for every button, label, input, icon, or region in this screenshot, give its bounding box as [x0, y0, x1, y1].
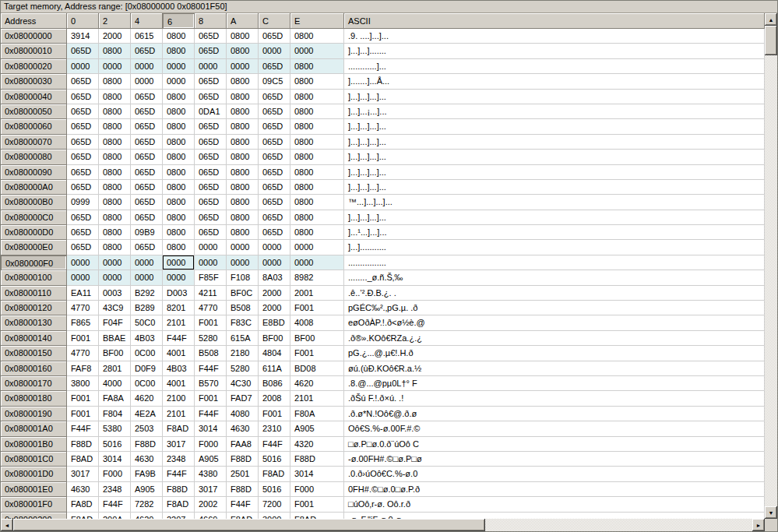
hex-cell[interactable]: 0000 — [290, 44, 344, 58]
hex-cell[interactable]: 2207 — [163, 513, 195, 520]
hex-cell[interactable]: FA9B — [131, 467, 163, 481]
hex-cell[interactable]: 2000 — [99, 29, 131, 44]
hex-cell[interactable]: 0800 — [290, 59, 344, 74]
row-address[interactable]: 0x080001F0 — [1, 497, 67, 512]
hex-cell[interactable]: 0800 — [227, 74, 259, 89]
hex-cell[interactable]: F8AD — [227, 513, 259, 520]
column-header-2[interactable]: 2 — [99, 13, 131, 29]
hex-cell[interactable]: 50C0 — [131, 315, 163, 330]
hex-cell[interactable]: 5016 — [259, 452, 290, 467]
hex-cell[interactable]: 0800 — [227, 104, 259, 119]
vertical-scrollbar[interactable]: ▲ ▼ — [765, 13, 777, 519]
hex-cell[interactable]: 065D — [131, 165, 163, 180]
hex-cell[interactable]: 43C9 — [99, 301, 131, 315]
hex-cell[interactable]: 615A — [227, 331, 259, 346]
hex-cell[interactable]: FAF8 — [67, 361, 99, 376]
hex-cell[interactable]: 0800 — [163, 119, 195, 134]
hex-cell[interactable]: 0800 — [290, 195, 344, 210]
hex-cell[interactable]: B292 — [131, 286, 163, 301]
hex-cell[interactable]: F44F — [195, 407, 227, 421]
hex-cell[interactable]: 065D — [259, 119, 290, 134]
hex-cell[interactable]: 4770 — [67, 346, 99, 361]
hex-cell[interactable]: 3014 — [290, 467, 344, 481]
hex-cell[interactable]: 065D — [131, 150, 163, 164]
hex-cell[interactable]: BF0C — [227, 286, 259, 301]
hex-cell[interactable]: 2348 — [99, 482, 131, 497]
hex-cell[interactable]: 065D — [67, 119, 99, 134]
hex-cell[interactable]: 2180 — [227, 346, 259, 361]
hex-cell[interactable]: F000 — [99, 467, 131, 481]
row-address[interactable]: 0x08000090 — [1, 165, 67, 180]
hex-cell[interactable]: FAA8 — [227, 437, 259, 452]
hex-cell[interactable]: 0800 — [99, 180, 131, 195]
hex-cell[interactable]: 4001 — [163, 346, 195, 361]
hex-cell[interactable]: 065D — [67, 104, 99, 119]
ascii-cell[interactable]: ™...]...]...]... — [344, 195, 765, 210]
hex-cell[interactable]: 0000 — [227, 255, 259, 270]
hex-cell[interactable]: B508 — [195, 346, 227, 361]
hex-cell[interactable]: 0800 — [163, 240, 195, 255]
hex-cell[interactable]: 3014 — [195, 421, 227, 436]
hex-cell[interactable]: 0800 — [99, 165, 131, 180]
hex-cell[interactable]: 0800 — [99, 104, 131, 119]
hex-cell[interactable]: 5280 — [195, 331, 227, 346]
row-address[interactable]: 0x080000E0 — [1, 240, 67, 255]
hex-cell[interactable]: 065D — [67, 225, 99, 240]
column-header-e[interactable]: E — [290, 13, 344, 29]
hex-cell[interactable]: 0800 — [227, 44, 259, 58]
hex-cell[interactable]: 0800 — [290, 119, 344, 134]
hex-cell[interactable]: 4211 — [195, 286, 227, 301]
ascii-cell[interactable]: □ø.P□ø.0.ð¨úOô C — [344, 437, 765, 452]
hex-cell[interactable]: F001 — [195, 391, 227, 406]
hex-cell[interactable]: 2310 — [259, 421, 290, 436]
hex-cell[interactable]: 0800 — [163, 165, 195, 180]
hex-cell[interactable]: F001 — [67, 331, 99, 346]
hex-cell[interactable]: FA8A — [99, 391, 131, 406]
hex-cell[interactable]: 3800 — [67, 376, 99, 391]
hex-cell[interactable]: 0800 — [163, 44, 195, 58]
hex-cell[interactable]: 3017 — [67, 467, 99, 481]
hex-cell[interactable]: 4620 — [131, 391, 163, 406]
hex-cell[interactable]: 09B9 — [131, 225, 163, 240]
hex-cell[interactable]: 0800 — [99, 210, 131, 225]
row-address[interactable]: 0x080000B0 — [1, 195, 67, 210]
row-address[interactable]: 0x08000110 — [1, 286, 67, 301]
ascii-cell[interactable]: □úOô‚r-ø. Oô.r.ð — [344, 497, 765, 512]
hex-cell[interactable]: F804 — [99, 407, 131, 421]
hex-cell[interactable]: 0000 — [163, 255, 195, 270]
hex-cell[interactable]: 0800 — [227, 225, 259, 240]
hex-cell[interactable]: 0800 — [163, 180, 195, 195]
hex-cell[interactable]: 065D — [259, 180, 290, 195]
hex-cell[interactable]: F865 — [67, 315, 99, 330]
hex-cell[interactable]: 0800 — [227, 210, 259, 225]
hex-cell[interactable]: 0000 — [131, 255, 163, 270]
hex-cell[interactable]: F44F — [67, 421, 99, 436]
hex-cell[interactable]: 4C30 — [227, 376, 259, 391]
ascii-cell[interactable]: ]...]...¡...]... — [344, 104, 765, 119]
hex-cell[interactable]: 0800 — [163, 195, 195, 210]
hex-cell[interactable]: F88D — [227, 452, 259, 467]
ascii-cell[interactable]: .ðŠú F.!.ð×ú. .! — [344, 391, 765, 406]
hex-cell[interactable]: 8201 — [163, 301, 195, 315]
scroll-left-button[interactable]: ◄ — [1, 519, 13, 531]
hex-cell[interactable]: 0000 — [163, 59, 195, 74]
row-address[interactable]: 0x08000030 — [1, 74, 67, 89]
hex-cell[interactable]: 0800 — [290, 180, 344, 195]
hex-cell[interactable]: 4620 — [131, 513, 163, 520]
row-address[interactable]: 0x08000020 — [1, 59, 67, 74]
hex-cell[interactable]: 4770 — [195, 301, 227, 315]
row-address[interactable]: 0x080000C0 — [1, 210, 67, 225]
hex-cell[interactable]: 065D — [67, 90, 99, 104]
hex-cell[interactable]: 0DA1 — [195, 104, 227, 119]
ascii-cell[interactable]: ............]... — [344, 59, 765, 74]
column-header-0[interactable]: 0 — [67, 13, 99, 29]
row-address[interactable]: 0x08000160 — [1, 361, 67, 376]
hex-cell[interactable]: 0800 — [227, 165, 259, 180]
hex-cell[interactable]: F44F — [259, 437, 290, 452]
hex-cell[interactable]: 065D — [259, 90, 290, 104]
hex-cell[interactable]: B508 — [227, 301, 259, 315]
ascii-cell[interactable]: pGÉC‰².‚pG.µ. .ð — [344, 301, 765, 315]
hex-cell[interactable]: F001 — [290, 346, 344, 361]
hex-cell[interactable]: F000 — [290, 482, 344, 497]
hex-cell[interactable]: 0800 — [163, 135, 195, 150]
